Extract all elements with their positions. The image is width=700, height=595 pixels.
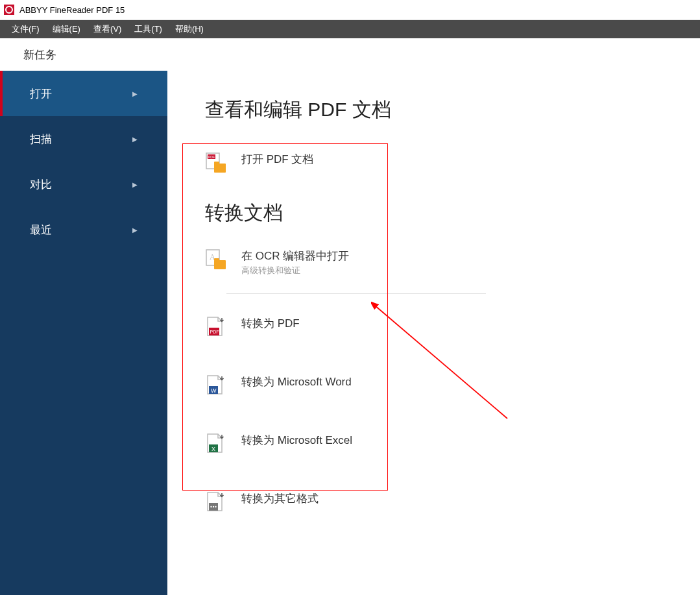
svg-rect-7 <box>214 260 226 269</box>
separator <box>226 293 486 294</box>
svg-rect-8 <box>214 258 219 261</box>
sidebar-item-scan[interactable]: 扫描 ▶ <box>0 116 167 162</box>
sidebar-item-label: 打开 <box>30 86 52 101</box>
svg-point-18 <box>215 506 216 507</box>
menu-help[interactable]: 帮助(H) <box>169 20 210 38</box>
task-label: 转换为 Microsoft Excel <box>241 433 352 448</box>
svg-text:W: W <box>211 387 217 394</box>
menu-edit[interactable]: 编辑(E) <box>46 20 87 38</box>
body: 打开 ▶ 扫描 ▶ 对比 ▶ 最近 ▶ 查看和编辑 PDF 文档 PDF <box>0 71 700 595</box>
svg-rect-3 <box>214 164 226 173</box>
sidebar-item-label: 最近 <box>30 223 52 237</box>
svg-text:PDF: PDF <box>210 330 219 334</box>
heading-view-edit: 查看和编辑 PDF 文档 <box>205 97 700 123</box>
chevron-right-icon: ▶ <box>132 181 138 188</box>
chevron-right-icon: ▶ <box>132 136 138 143</box>
convert-excel-icon: X <box>205 433 228 456</box>
task-convert-to-pdf[interactable]: PDF 转换为 PDF <box>205 310 700 346</box>
main-panel: 查看和编辑 PDF 文档 PDF 打开 PDF 文档 转换文档 A <box>167 71 700 595</box>
sidebar: 打开 ▶ 扫描 ▶ 对比 ▶ 最近 ▶ <box>0 71 167 595</box>
task-open-in-ocr[interactable]: A 在 OCR 编辑器中打开 高级转换和验证 <box>205 242 700 283</box>
window-title: ABBYY FineReader PDF 15 <box>19 5 125 15</box>
pdf-folder-icon: PDF <box>205 152 228 175</box>
task-label: 转换为 PDF <box>241 316 300 331</box>
svg-point-17 <box>213 506 214 507</box>
sidebar-item-label: 扫描 <box>30 132 52 147</box>
svg-point-16 <box>210 506 211 507</box>
task-convert-to-excel[interactable]: X 转换为 Microsoft Excel <box>205 426 700 463</box>
task-convert-to-word[interactable]: W 转换为 Microsoft Word <box>205 368 700 404</box>
titlebar: ABBYY FineReader PDF 15 <box>0 0 700 20</box>
task-sublabel: 高级转换和验证 <box>241 265 349 276</box>
task-label: 转换为其它格式 <box>241 491 319 506</box>
convert-pdf-icon: PDF <box>205 316 228 339</box>
menu-tools[interactable]: 工具(T) <box>128 20 169 38</box>
sidebar-item-recent[interactable]: 最近 ▶ <box>0 207 167 252</box>
convert-other-icon <box>205 491 228 515</box>
subheader-title: 新任务 <box>23 47 56 62</box>
subheader: 新任务 <box>0 38 700 71</box>
menu-view[interactable]: 查看(V) <box>87 20 128 38</box>
svg-text:PDF: PDF <box>208 155 215 159</box>
task-open-pdf[interactable]: PDF 打开 PDF 文档 <box>205 145 700 182</box>
menubar: 文件(F) 编辑(E) 查看(V) 工具(T) 帮助(H) <box>0 20 700 38</box>
chevron-right-icon: ▶ <box>132 226 138 234</box>
sidebar-item-open[interactable]: 打开 ▶ <box>0 71 167 116</box>
sidebar-item-label: 对比 <box>30 177 52 192</box>
task-label: 打开 PDF 文档 <box>241 152 313 167</box>
task-label: 转换为 Microsoft Word <box>241 374 352 389</box>
task-convert-to-other[interactable]: 转换为其它格式 <box>205 485 700 521</box>
heading-convert: 转换文档 <box>205 200 700 226</box>
task-label: 在 OCR 编辑器中打开 <box>241 249 349 263</box>
ocr-folder-icon: A <box>205 249 228 272</box>
sidebar-item-compare[interactable]: 对比 ▶ <box>0 162 167 207</box>
svg-text:X: X <box>211 446 215 452</box>
menu-file[interactable]: 文件(F) <box>5 20 46 38</box>
app-logo-icon <box>4 5 14 15</box>
chevron-right-icon: ▶ <box>132 90 138 97</box>
convert-word-icon: W <box>205 374 228 398</box>
svg-rect-4 <box>214 162 219 164</box>
